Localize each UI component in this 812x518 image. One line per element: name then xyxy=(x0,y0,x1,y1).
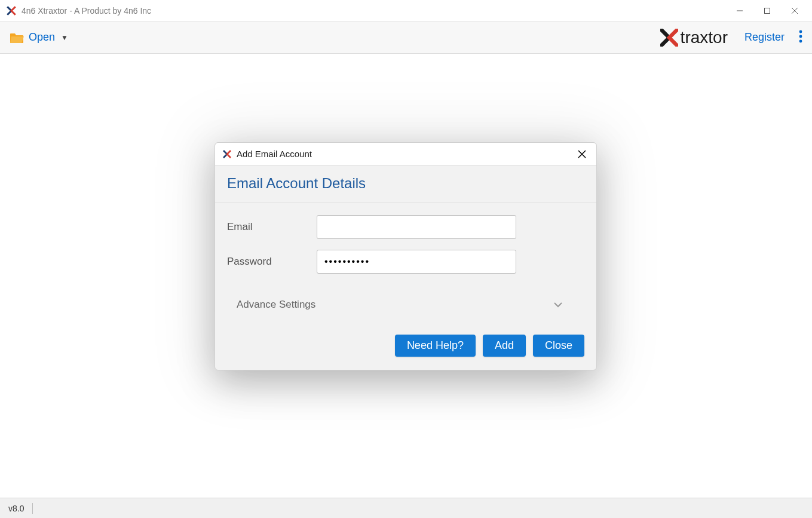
dialog-body: Email Password Advance Settings xyxy=(215,203,596,325)
advance-settings-label: Advance Settings xyxy=(237,299,553,311)
dialog-heading: Email Account Details xyxy=(227,175,584,192)
email-row: Email xyxy=(227,215,584,239)
close-button[interactable]: Close xyxy=(533,335,584,357)
main-content: Add Email Account Email Account Details … xyxy=(0,54,812,498)
dialog-header: Email Account Details xyxy=(215,165,596,203)
main-toolbar: Open ▼ traxtor Register xyxy=(0,22,812,54)
register-link[interactable]: Register xyxy=(744,31,785,44)
password-input[interactable] xyxy=(317,250,516,274)
dialog-close-button[interactable] xyxy=(575,147,589,161)
window-title: 4n6 Xtraxtor - A Product by 4n6 Inc xyxy=(22,6,726,16)
logo-x-icon xyxy=(660,29,678,47)
logo-text: traxtor xyxy=(681,28,728,47)
window-titlebar: 4n6 Xtraxtor - A Product by 4n6 Inc xyxy=(0,0,812,22)
app-icon xyxy=(6,5,17,16)
more-menu-button[interactable] xyxy=(799,30,802,45)
email-input[interactable] xyxy=(317,215,516,239)
email-label: Email xyxy=(227,221,317,233)
advance-settings-toggle[interactable]: Advance Settings xyxy=(227,284,584,319)
dialog-footer: Need Help? Add Close xyxy=(215,325,596,370)
caret-down-icon: ▼ xyxy=(61,33,68,42)
open-label: Open xyxy=(29,31,55,44)
dialog-title: Add Email Account xyxy=(237,149,575,159)
svg-point-4 xyxy=(799,30,802,33)
svg-point-5 xyxy=(799,35,802,38)
status-bar: v8.0 xyxy=(0,498,812,518)
svg-point-6 xyxy=(799,39,802,42)
open-button[interactable]: Open ▼ xyxy=(10,31,68,44)
svg-rect-1 xyxy=(765,8,770,13)
dialog-icon xyxy=(222,149,232,159)
status-divider xyxy=(32,503,33,514)
window-controls xyxy=(726,1,808,20)
maximize-button[interactable] xyxy=(753,1,781,20)
product-logo: traxtor xyxy=(660,28,728,47)
close-window-button[interactable] xyxy=(781,1,808,20)
add-email-account-dialog: Add Email Account Email Account Details … xyxy=(215,142,597,370)
minimize-button[interactable] xyxy=(726,1,753,20)
version-label: v8.0 xyxy=(8,504,24,513)
dialog-titlebar: Add Email Account xyxy=(215,143,596,165)
chevron-down-icon xyxy=(553,299,563,310)
password-label: Password xyxy=(227,256,317,268)
add-button[interactable]: Add xyxy=(483,335,526,357)
need-help-button[interactable]: Need Help? xyxy=(395,335,476,357)
password-row: Password xyxy=(227,250,584,274)
folder-icon xyxy=(10,32,24,44)
